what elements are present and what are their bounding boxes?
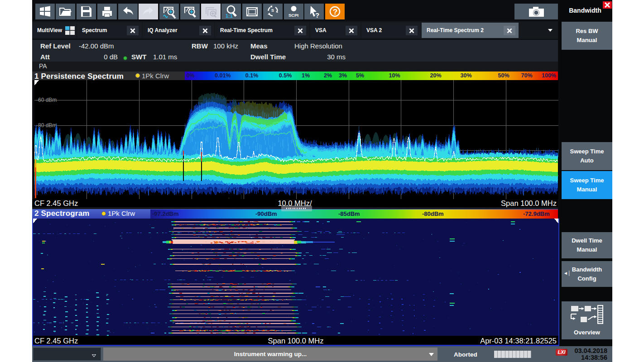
svg-text:1:1: 1:1 xyxy=(226,13,233,19)
svg-text:?: ? xyxy=(333,8,337,16)
svg-text:S: S xyxy=(271,8,274,13)
svg-text:SCPI: SCPI xyxy=(288,13,298,18)
svg-text:-60 dBm: -60 dBm xyxy=(36,97,57,103)
svg-text:?: ? xyxy=(315,11,319,19)
